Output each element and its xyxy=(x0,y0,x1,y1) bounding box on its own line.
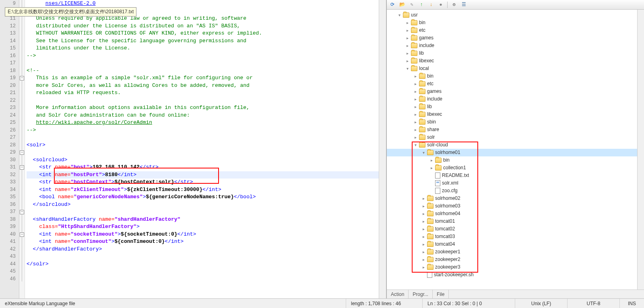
tree-item-label: tomcat01 xyxy=(435,218,455,225)
folder-icon xyxy=(419,89,425,94)
tree-item[interactable]: ▸share xyxy=(387,126,637,133)
tree-item-label: include xyxy=(419,42,434,49)
tree-item[interactable]: ▸bin xyxy=(387,72,637,80)
tree-item-label: solr-cloud xyxy=(427,141,448,149)
folder-icon xyxy=(419,112,425,117)
tree-item[interactable]: start-zookeeper.sh xyxy=(387,271,637,279)
tree-item[interactable]: ▸solrhome04 xyxy=(387,210,637,218)
filter-icon[interactable]: ✎ xyxy=(409,2,415,8)
tree-item[interactable]: ▾local xyxy=(387,65,637,72)
tree-item[interactable]: ▸bin xyxy=(387,19,637,27)
folder-icon xyxy=(419,74,425,79)
tree-item-label: solrhome01 xyxy=(435,149,460,156)
tree-item[interactable]: ▸include xyxy=(387,95,637,103)
folder-icon xyxy=(435,158,442,163)
tree-item[interactable]: ▸zookeeper2 xyxy=(387,256,637,263)
tree-item[interactable]: ▸solrhome02 xyxy=(387,195,637,202)
folder-icon xyxy=(427,234,433,239)
folder-icon xyxy=(419,142,425,148)
tree-item[interactable]: ▸etc xyxy=(387,80,637,88)
folder-icon xyxy=(419,119,425,125)
tree-item[interactable]: ▸bin xyxy=(387,156,637,164)
tree-item[interactable]: ▸tomcat04 xyxy=(387,240,637,248)
code-editor-pane: E:\北京非线数联\交接文档\交接文档\桌面文件\20180817.txt 91… xyxy=(0,0,386,298)
tree-item-label: bin xyxy=(443,156,450,164)
folder-icon xyxy=(411,43,417,48)
tab-action[interactable]: Action xyxy=(387,290,409,298)
stop-icon[interactable]: ● xyxy=(438,2,444,8)
tree-item-label: solr.xml xyxy=(442,179,458,187)
folder-icon xyxy=(427,211,433,216)
code-text-area[interactable]: nses/LICENSE-2.0 Unless required by appl… xyxy=(25,0,379,298)
tree-item[interactable]: ▸libexec xyxy=(387,57,637,65)
tree-item[interactable]: ▸tomcat01 xyxy=(387,218,637,225)
tree-item[interactable]: ▾usr xyxy=(387,11,637,19)
tree-item-label: collection1 xyxy=(443,164,466,172)
status-eol: Unix (LF) xyxy=(515,299,568,308)
folder-icon xyxy=(427,257,433,262)
tree-item[interactable]: ▸libexec xyxy=(387,111,637,118)
tree-item[interactable]: ▸solrhome03 xyxy=(387,202,637,210)
tree-item[interactable]: ▸games xyxy=(387,88,637,95)
tree-item[interactable]: ▸collection1 xyxy=(387,164,637,172)
folder-icon xyxy=(427,249,433,255)
file-icon xyxy=(427,272,432,278)
tree-item[interactable]: zoo.cfg xyxy=(387,187,637,195)
tree-item-label: zoo.cfg xyxy=(442,187,458,195)
tree-item[interactable]: solr.xml xyxy=(387,179,637,187)
tree-item[interactable]: ▸games xyxy=(387,34,637,42)
folder-icon xyxy=(427,265,433,270)
side-bottom-tabs: Action Progr... File xyxy=(387,290,644,298)
folder-icon xyxy=(419,97,425,102)
folder-icon xyxy=(419,81,425,86)
tab-progress[interactable]: Progr... xyxy=(409,290,433,298)
download-icon[interactable]: ↓ xyxy=(428,2,434,8)
tree-item-label: tomcat04 xyxy=(435,240,455,248)
folder-icon xyxy=(419,135,425,140)
tree-item[interactable]: ▸include xyxy=(387,42,637,49)
tree-item[interactable]: ▸lib xyxy=(387,49,637,57)
tree-item[interactable]: ▸zookeeper3 xyxy=(387,263,637,271)
tree-vertical-scrollbar[interactable] xyxy=(637,10,644,290)
tree-item[interactable]: ▸tomcat03 xyxy=(387,233,637,240)
line-number-gutter[interactable]: 9101112131415161718192021222324252627282… xyxy=(0,0,19,298)
tree-item[interactable]: ▸tomcat02 xyxy=(387,225,637,233)
tree-item-label: local xyxy=(419,65,429,72)
upload-icon[interactable]: ↑ xyxy=(418,2,425,8)
folder-icon xyxy=(411,66,417,71)
tree-item[interactable]: ▸sbin xyxy=(387,118,637,126)
tree-item-label: bin xyxy=(419,19,425,27)
tree-item[interactable]: ▸solr xyxy=(387,133,637,141)
file-tree-panel: ⟳ 📂 ✎ ↑ ↓ ● ⚙ ☰ ▾usr▸bin▸etc▸games▸inclu… xyxy=(386,0,644,298)
tree-item-label: README.txt xyxy=(442,172,469,179)
tree-item[interactable]: ▸zookeeper1 xyxy=(387,248,637,256)
file-icon xyxy=(435,172,440,179)
tree-item-label: lib xyxy=(419,49,424,57)
tree-item-label: games xyxy=(427,88,442,95)
tree-item[interactable]: README.txt xyxy=(387,172,637,179)
list-icon[interactable]: ☰ xyxy=(460,2,467,8)
tree-item[interactable]: ▾solrhome01 xyxy=(387,149,637,156)
tab-file[interactable]: File xyxy=(433,290,449,298)
tree-item-label: share xyxy=(427,126,439,133)
folder-icon xyxy=(427,203,433,209)
settings-icon[interactable]: ⚙ xyxy=(451,2,457,8)
tree-item-label: solrhome04 xyxy=(435,210,460,218)
fold-column[interactable]: −−−−− xyxy=(19,0,25,298)
tree-item[interactable]: ▸lib xyxy=(387,103,637,111)
status-filetype: eXtensible Markup Language file xyxy=(0,299,346,308)
open-icon[interactable]: 📂 xyxy=(399,2,405,8)
tree-item[interactable]: ▾solr-cloud xyxy=(387,141,637,149)
file-icon xyxy=(435,188,440,194)
folder-icon xyxy=(411,35,417,41)
folder-icon xyxy=(411,28,417,33)
tree-item-label: games xyxy=(419,34,433,42)
status-position: Ln : 33 Col : 30 Sel : 0 | 0 xyxy=(423,299,515,308)
folder-icon xyxy=(427,150,433,155)
tree-item-label: lib xyxy=(427,103,432,111)
folder-icon xyxy=(403,12,409,18)
editor-vertical-scrollbar[interactable] xyxy=(379,0,386,298)
file-tree[interactable]: ▾usr▸bin▸etc▸games▸include▸lib▸libexec▾l… xyxy=(387,10,637,290)
refresh-icon[interactable]: ⟳ xyxy=(389,2,396,8)
tree-item[interactable]: ▸etc xyxy=(387,27,637,34)
